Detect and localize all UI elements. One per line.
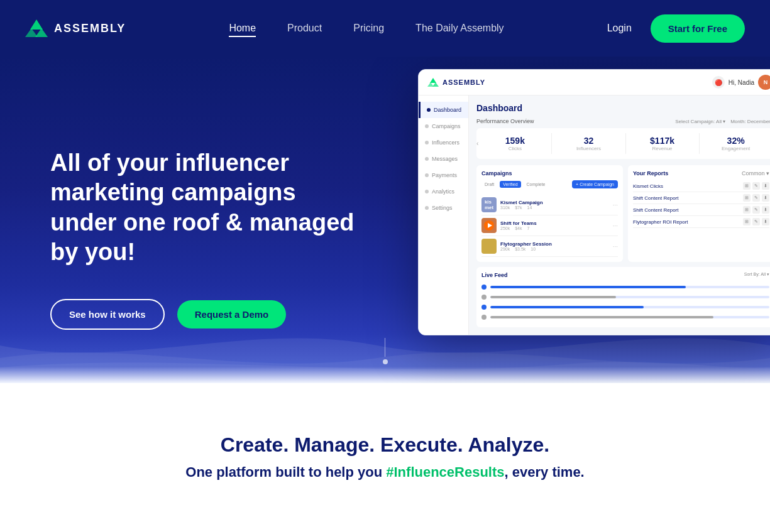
sidebar-dot [425, 124, 429, 128]
mockup-avatar: N [758, 75, 770, 90]
mockup-logo-text: ASSEMBLY [443, 79, 485, 86]
tab-draft[interactable]: Draft [481, 181, 497, 188]
tagline-sub: One platform built to help you #Influenc… [25, 464, 745, 480]
live-feed-panel: Live Feed Sort By: All ▾ [476, 267, 770, 327]
scroll-line [385, 338, 385, 357]
mockup-body: Dashboard Campaigns Influencers Messages [419, 95, 770, 335]
sidebar-item-payments[interactable]: Payments [419, 167, 468, 183]
request-demo-button[interactable]: Request a Demo [177, 300, 287, 328]
nav-item-product[interactable]: Product [287, 23, 322, 34]
feed-dot [481, 295, 487, 300]
campaign-thumb [481, 239, 497, 254]
report-kismet-clicks: Kismet Clicks ⊞ ✎ ⬇ [633, 180, 769, 192]
feed-item-1 [481, 282, 769, 292]
report-shift-content: Shift Content Report ⊞ ✎ ⬇ [633, 192, 769, 204]
login-link[interactable]: Login [607, 23, 632, 34]
report-icon[interactable]: ⬇ [762, 182, 769, 190]
svg-marker-2 [35, 28, 48, 37]
campaign-thumb: kismet [481, 197, 497, 212]
stat-clicks: 159k Clicks [478, 133, 551, 154]
reports-filter[interactable]: Common ▾ [742, 170, 769, 176]
logo-icon [25, 17, 48, 40]
feed-filter[interactable]: Sort By: All ▾ [744, 272, 769, 278]
reports-title: Your Reports Common ▾ [633, 170, 769, 176]
feed-item-2 [481, 292, 769, 302]
month-select[interactable]: Month: December ▾ [730, 119, 770, 124]
perf-label: Performance Overview [476, 118, 534, 124]
svg-marker-0 [30, 19, 43, 30]
campaigns-tabs: Draft Verified Complete [481, 181, 549, 188]
scroll-dot [383, 359, 388, 364]
tab-complete[interactable]: Complete [524, 181, 549, 188]
svg-marker-3 [430, 78, 436, 83]
campaign-info: Kismet Campaign 310k$7k14 [500, 200, 609, 210]
hero-buttons: See how it works Request a Demo [50, 299, 365, 330]
stat-influencers: 32 Influencers [551, 133, 625, 154]
perf-header: Performance Overview Select Campaign: Al… [476, 118, 770, 124]
report-icon[interactable]: ⬇ [762, 194, 769, 202]
report-icon[interactable]: ✎ [752, 218, 760, 225]
nav-item-daily[interactable]: The Daily Assembly [415, 23, 504, 34]
tab-verified[interactable]: Verified [500, 181, 520, 188]
sidebar-dot [425, 206, 429, 210]
logo[interactable]: ASSEMBLY [25, 17, 126, 40]
sidebar-dot [425, 173, 429, 177]
feed-bar [490, 316, 769, 318]
campaign-info: Flytographer Session 290k$3.5k10 [500, 241, 609, 251]
sidebar-item-settings[interactable]: Settings [419, 200, 468, 216]
mockup-lower: Campaigns Draft Verified Complete + Crea… [476, 165, 770, 262]
feed-dot [481, 285, 487, 290]
sidebar-item-influencers[interactable]: Influencers [419, 134, 468, 151]
svg-marker-5 [432, 82, 439, 87]
campaign-actions[interactable]: ··· [613, 202, 618, 209]
tagline-main: Create. Manage. Execute. Analyze. [25, 433, 745, 457]
mockup-logo-area: ASSEMBLY [427, 77, 485, 88]
campaign-shift: Shift for Teams 250k$4k7 ··· [481, 215, 618, 236]
mockup-greeting: Hi, Nadia [729, 79, 754, 86]
report-icon[interactable]: ⊞ [743, 218, 751, 225]
report-fly-roi: Flytographer ROI Report ⊞ ✎ ⬇ [633, 216, 769, 228]
feed-bar [490, 286, 769, 288]
mockup-sidebar: Dashboard Campaigns Influencers Messages [419, 95, 469, 335]
report-icon[interactable]: ⊞ [743, 206, 751, 214]
report-icon[interactable]: ✎ [752, 182, 760, 190]
perf-controls: Select Campaign: All ▾ Month: December ▾ [675, 119, 770, 124]
create-campaign-button[interactable]: + Create Campaign [572, 180, 618, 188]
hero-section: All of your influencer marketing campaig… [0, 57, 770, 383]
report-icon[interactable]: ✎ [752, 206, 760, 214]
sidebar-item-analytics[interactable]: Analytics [419, 183, 468, 200]
sidebar-dot [427, 108, 431, 112]
campaign-fly: Flytographer Session 290k$3.5k10 ··· [481, 236, 618, 257]
hero-left: All of your influencer marketing campaig… [50, 148, 365, 330]
nav-item-pricing[interactable]: Pricing [353, 23, 384, 34]
see-how-button[interactable]: See how it works [50, 299, 165, 330]
sidebar-item-campaigns[interactable]: Campaigns [419, 118, 468, 134]
tagline-sub-suffix: , every time. [505, 464, 585, 480]
dashboard-mockup: ASSEMBLY 🔴 Hi, Nadia N Dashboard [418, 69, 770, 335]
live-feed-title: Live Feed Sort By: All ▾ [481, 272, 769, 278]
nav-item-home[interactable]: Home [229, 23, 256, 34]
stat-engagement: 32% Engagement [699, 133, 770, 154]
campaign-actions[interactable]: ··· [613, 222, 618, 229]
campaign-select[interactable]: Select Campaign: All ▾ [675, 119, 725, 124]
sidebar-item-dashboard[interactable]: Dashboard [419, 102, 468, 118]
nav-right: Login Start for Free [607, 14, 745, 43]
tagline-highlight: #InfluenceResults [386, 464, 504, 480]
report-icon[interactable]: ⊞ [743, 194, 751, 202]
campaign-kismet: kismet Kismet Campaign 310k$7k14 ··· [481, 195, 618, 215]
sidebar-dot [425, 190, 429, 193]
hero-headline: All of your influencer marketing campaig… [50, 148, 365, 268]
nav-links: Home Product Pricing The Daily Assembly [229, 23, 503, 34]
tagline-sub-prefix: One platform built to help you [185, 464, 386, 480]
report-icon[interactable]: ⊞ [743, 182, 751, 190]
report-icon[interactable]: ⬇ [762, 218, 769, 225]
report-icon[interactable]: ⬇ [762, 206, 769, 214]
sidebar-item-messages[interactable]: Messages [419, 151, 468, 167]
svg-marker-4 [427, 82, 434, 87]
campaign-thumb [481, 218, 497, 233]
feed-bar [490, 306, 769, 308]
report-icon[interactable]: ✎ [752, 194, 760, 202]
campaign-actions[interactable]: ··· [613, 243, 618, 250]
start-free-button[interactable]: Start for Free [651, 14, 745, 43]
campaign-info: Shift for Teams 250k$4k7 [500, 220, 609, 231]
